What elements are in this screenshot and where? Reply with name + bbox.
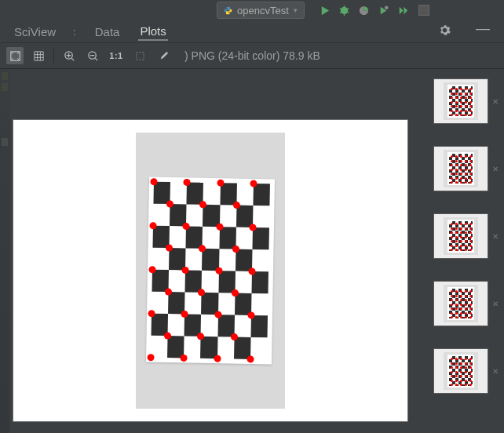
svg-point-0 (341, 6, 348, 13)
image-canvas[interactable] (13, 119, 408, 422)
profile-icon[interactable] (378, 5, 389, 16)
close-icon[interactable]: ✕ (492, 300, 499, 308)
thumbnail-strip: ✕✕✕✕✕ (418, 69, 504, 433)
crop-button[interactable] (131, 47, 148, 64)
zoom-in-button[interactable] (60, 47, 78, 64)
sciview-tabstrip: SciView : Data Plots — (0, 20, 504, 43)
title-bar: opencvTest ▾ (0, 0, 504, 20)
close-icon[interactable]: ✕ (492, 97, 499, 106)
plot-toolbar: 1:1 ) PNG (24-bit color) 78.9 kB (0, 43, 504, 69)
stop-button[interactable] (418, 5, 429, 16)
minimize-icon[interactable]: — (476, 20, 490, 37)
close-icon[interactable]: ✕ (492, 232, 499, 241)
photo (136, 133, 285, 409)
close-icon[interactable]: ✕ (492, 165, 499, 173)
grid-button[interactable] (30, 47, 47, 64)
checkerboard-paper (146, 177, 275, 365)
chevron-down-icon: ▾ (294, 6, 298, 14)
debug-icon[interactable] (338, 5, 350, 16)
thumbnail[interactable]: ✕ (433, 213, 488, 259)
svg-point-1 (385, 5, 389, 9)
svg-rect-5 (136, 52, 143, 59)
run-icon[interactable] (319, 5, 331, 16)
actual-size-button[interactable]: 1:1 (108, 47, 125, 64)
plot-viewport (9, 69, 418, 433)
zoom-out-button[interactable] (84, 47, 101, 64)
thumbnail[interactable]: ✕ (433, 281, 488, 326)
concurrent-icon[interactable] (397, 5, 409, 16)
tab-data[interactable]: Data (93, 24, 122, 40)
close-icon[interactable]: ✕ (492, 367, 499, 376)
colon: : (73, 26, 76, 38)
thumbnail[interactable]: ✕ (433, 146, 488, 191)
python-icon (224, 6, 232, 15)
run-config-label: opencvTest (237, 5, 289, 16)
thumbnail[interactable]: ✕ (433, 348, 488, 394)
thumbnail[interactable]: ✕ (433, 78, 488, 124)
gear-icon[interactable] (439, 24, 451, 38)
fit-window-button[interactable] (6, 47, 24, 64)
run-coverage-icon[interactable] (358, 5, 370, 16)
editor-gutter (0, 69, 9, 433)
image-meta-label: ) PNG (24-bit color) 78.9 kB (184, 49, 320, 62)
sciview-title: SciView (14, 25, 56, 38)
run-configuration-selector[interactable]: opencvTest ▾ (217, 2, 305, 19)
color-picker-button[interactable] (155, 47, 172, 64)
tab-plots[interactable]: Plots (138, 23, 167, 41)
